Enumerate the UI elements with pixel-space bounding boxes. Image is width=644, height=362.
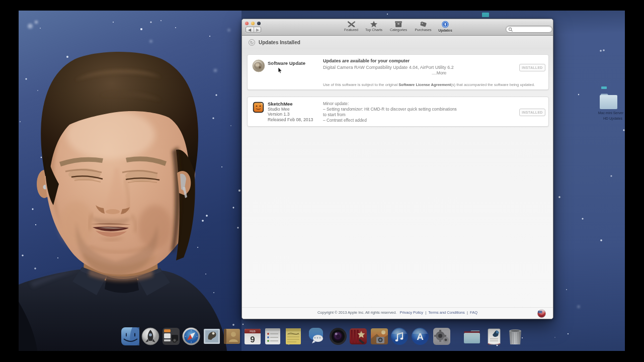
svg-text:FEB: FEB (250, 330, 256, 333)
svg-text:9: 9 (250, 335, 255, 344)
